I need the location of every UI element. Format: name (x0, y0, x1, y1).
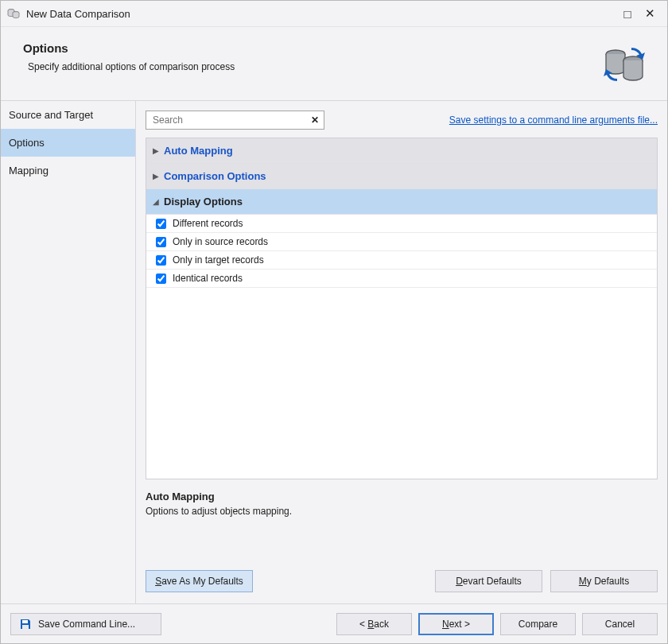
titlebar: New Data Comparison □ ✕ (1, 1, 667, 27)
my-defaults-button[interactable]: My Defaults (550, 570, 658, 592)
option-different-records[interactable]: Different records (146, 215, 657, 233)
clear-search-icon[interactable]: ✕ (310, 114, 320, 126)
search-input-wrapper[interactable]: ✕ (146, 111, 324, 130)
svg-rect-5 (22, 625, 29, 629)
save-command-line-label: Save Command Line... (38, 619, 135, 630)
section-label: Comparison Options (164, 170, 266, 182)
option-label: Identical records (173, 273, 243, 284)
chevron-right-icon: ▶ (153, 172, 164, 180)
main-panel: ✕ Save settings to a command line argume… (136, 101, 667, 603)
option-label: Only in target records (173, 254, 264, 266)
help-text: Options to adjust objects mapping. (146, 506, 658, 517)
save-as-my-defaults-button[interactable]: Save As My Defaults (146, 570, 253, 592)
option-label: Different records (173, 218, 243, 229)
header: Options Specify additional options of co… (1, 27, 667, 101)
section-label: Auto Mapping (164, 145, 233, 157)
close-button[interactable]: ✕ (639, 6, 661, 21)
section-label: Display Options (164, 196, 243, 208)
sidebar: Source and Target Options Mapping (1, 101, 136, 603)
page-subtitle: Specify additional options of comparison… (28, 61, 599, 72)
next-button[interactable]: Next > (418, 613, 494, 635)
body: Source and Target Options Mapping ✕ Save… (1, 101, 667, 603)
app-icon (7, 7, 20, 20)
compare-databases-icon (599, 41, 651, 86)
option-only-in-source-records[interactable]: Only in source records (146, 233, 657, 251)
option-identical-records[interactable]: Identical records (146, 270, 657, 288)
help-title: Auto Mapping (146, 491, 658, 502)
cancel-button[interactable]: Cancel (582, 613, 658, 635)
footer: Save Command Line... < Back Next > Compa… (1, 603, 667, 643)
sidebar-item-source-and-target[interactable]: Source and Target (1, 101, 135, 129)
devart-defaults-button[interactable]: Devart Defaults (435, 570, 542, 592)
window-title: New Data Comparison (26, 8, 616, 20)
chevron-right-icon: ▶ (153, 146, 164, 155)
save-settings-link[interactable]: Save settings to a command line argument… (449, 114, 658, 126)
checkbox[interactable] (156, 274, 166, 284)
page-title: Options (23, 41, 599, 55)
option-label: Only in source records (173, 236, 268, 247)
section-display-options[interactable]: ◢ Display Options (146, 189, 657, 215)
checkbox[interactable] (156, 219, 166, 229)
checkbox[interactable] (156, 255, 166, 266)
maximize-button[interactable]: □ (616, 7, 639, 21)
section-comparison-options[interactable]: ▶ Comparison Options (146, 164, 657, 189)
dialog-new-data-comparison: New Data Comparison □ ✕ Options Specify … (0, 0, 668, 644)
options-panel: ▶ Auto Mapping ▶ Comparison Options ◢ Di… (146, 138, 658, 479)
option-only-in-target-records[interactable]: Only in target records (146, 251, 657, 270)
save-icon (19, 618, 32, 630)
sidebar-item-mapping[interactable]: Mapping (1, 157, 135, 184)
svg-rect-4 (22, 620, 28, 623)
sidebar-item-options[interactable]: Options (1, 129, 135, 157)
save-command-line-button[interactable]: Save Command Line... (10, 613, 161, 635)
help-panel: Auto Mapping Options to adjust objects m… (146, 491, 658, 538)
back-button[interactable]: < Back (336, 613, 412, 635)
checkbox[interactable] (156, 237, 166, 247)
section-auto-mapping[interactable]: ▶ Auto Mapping (146, 138, 657, 164)
chevron-down-icon: ◢ (153, 197, 164, 206)
compare-button[interactable]: Compare (500, 613, 576, 635)
search-input[interactable] (151, 114, 310, 126)
